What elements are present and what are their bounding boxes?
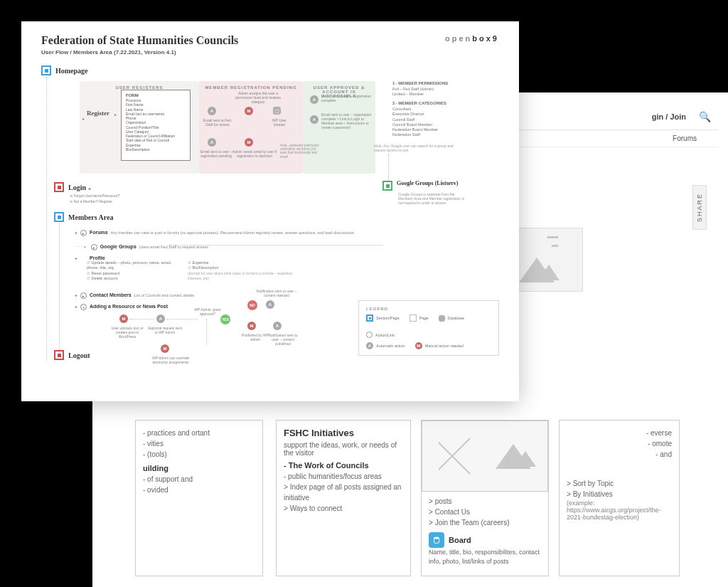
manual-action-node: M (119, 314, 128, 323)
manual-action-node: M (245, 138, 253, 147)
auto-action-node: A (208, 138, 216, 147)
database-icon (429, 532, 444, 548)
google-groups-card: Google Groups (Listserv) Google Groups i… (382, 181, 466, 205)
no-node: NO (247, 300, 257, 310)
auto-action-node: A (266, 300, 274, 309)
section-icon (54, 212, 64, 222)
manual-action-node: M (247, 322, 256, 330)
database-node: ⬚ (273, 107, 281, 115)
login-label: Login ◂ (68, 184, 90, 191)
svg-point-2 (434, 537, 439, 539)
auto-action-node: A (208, 107, 216, 115)
wf-col-left: practices and ortant vities (tools) uild… (135, 420, 263, 576)
initiatives-heading: FSHC Initiatives (284, 428, 403, 438)
manual-action-node: M (161, 344, 169, 353)
building-heading: uilding (143, 464, 255, 472)
auto-action-node: A (273, 322, 282, 330)
manual-action-node: M (245, 107, 253, 115)
yes-node: YES (220, 314, 230, 324)
nav-forums[interactable]: Forums (673, 134, 697, 142)
auto-action-node: A (310, 95, 318, 104)
legend: LEGEND Section/Page Page Database Action… (358, 300, 499, 356)
wf-col-board: posts Contact Us Join the Team (careers)… (421, 420, 549, 576)
homepage-label: Homepage (55, 67, 88, 75)
add-resource-label: Adding a Resource or News Post (90, 304, 168, 309)
share-tab[interactable]: SHARE (692, 185, 707, 230)
userflow-diagram-page: Federation of State Humanities Councils … (21, 21, 519, 401)
section-icon (382, 181, 392, 191)
auto-action-node: A (156, 314, 165, 323)
google-groups-note: Note: Any Google user can search for a g… (374, 144, 459, 152)
contact-members-label: Contact Members (90, 292, 132, 297)
profile-label: Profile (90, 255, 105, 260)
page-subtitle: User Flow / Members Area (7.22.2021, Ver… (41, 49, 238, 55)
section-icon (41, 65, 51, 75)
wf-col-initiatives: FSHC Initiatives support the ideas, work… (276, 420, 411, 576)
image-placeholder (422, 421, 548, 492)
google-groups-label: Google Groups (100, 244, 136, 249)
wf-col-sort: everse omote and Sort by Topic By Initia… (559, 420, 680, 576)
registration-form: FORM Pronouns First Name Last Name Email… (121, 90, 191, 161)
page-title: Federation of State Humanities Councils (41, 34, 238, 47)
nav-login-join[interactable]: gin / Join (652, 112, 686, 121)
members-area-label: Members Area (68, 213, 113, 221)
reference-permissions: 1 · MEMBER PERMISSIONS Full – Fed Staff … (392, 81, 499, 137)
search-icon[interactable]: 🔍 (699, 111, 711, 122)
auto-action-node: A (310, 115, 318, 124)
forums-label: Forums (90, 230, 108, 235)
section-icon (54, 350, 64, 360)
logout-label: Logout (68, 351, 90, 359)
brand-logo: openbox9 (445, 34, 499, 43)
board-heading: Board (449, 536, 471, 544)
register-label: Register (87, 110, 109, 117)
section-icon (54, 182, 64, 192)
